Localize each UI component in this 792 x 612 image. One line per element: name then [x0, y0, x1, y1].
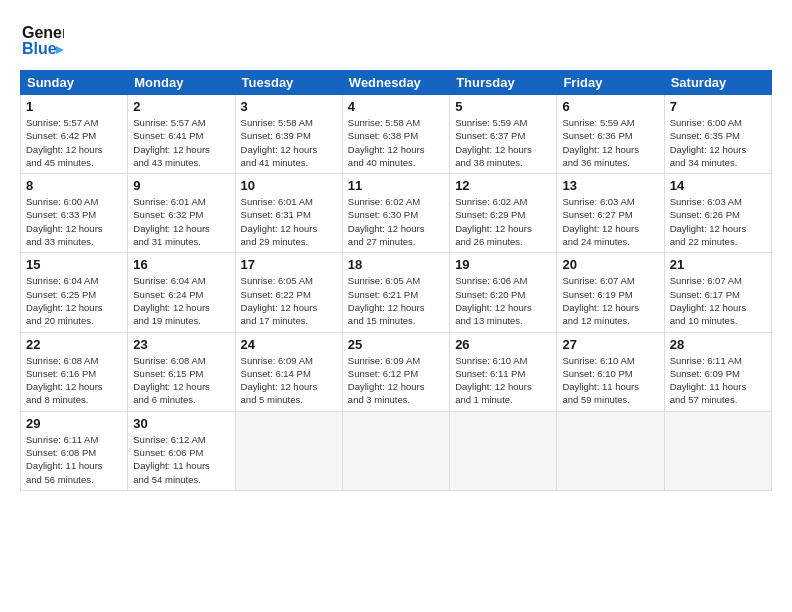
calendar-day-cell: 23Sunrise: 6:08 AM Sunset: 6:15 PM Dayli… [128, 332, 235, 411]
calendar-day-cell: 12Sunrise: 6:02 AM Sunset: 6:29 PM Dayli… [450, 174, 557, 253]
day-number: 21 [670, 257, 766, 272]
day-info: Sunrise: 6:08 AM Sunset: 6:16 PM Dayligh… [26, 354, 122, 407]
day-info: Sunrise: 6:03 AM Sunset: 6:26 PM Dayligh… [670, 195, 766, 248]
day-info: Sunrise: 6:05 AM Sunset: 6:22 PM Dayligh… [241, 274, 337, 327]
day-number: 2 [133, 99, 229, 114]
day-number: 6 [562, 99, 658, 114]
calendar-weekday: Tuesday [235, 71, 342, 95]
calendar-day-cell: 3Sunrise: 5:58 AM Sunset: 6:39 PM Daylig… [235, 95, 342, 174]
calendar-day-cell: 8Sunrise: 6:00 AM Sunset: 6:33 PM Daylig… [21, 174, 128, 253]
calendar-day-cell: 21Sunrise: 6:07 AM Sunset: 6:17 PM Dayli… [664, 253, 771, 332]
day-number: 9 [133, 178, 229, 193]
day-number: 8 [26, 178, 122, 193]
day-info: Sunrise: 6:09 AM Sunset: 6:14 PM Dayligh… [241, 354, 337, 407]
logo-icon: General Blue [20, 16, 64, 60]
day-info: Sunrise: 6:07 AM Sunset: 6:17 PM Dayligh… [670, 274, 766, 327]
day-number: 17 [241, 257, 337, 272]
calendar-day-cell [664, 411, 771, 490]
calendar-week-row: 29Sunrise: 6:11 AM Sunset: 6:08 PM Dayli… [21, 411, 772, 490]
day-number: 29 [26, 416, 122, 431]
calendar-day-cell: 22Sunrise: 6:08 AM Sunset: 6:16 PM Dayli… [21, 332, 128, 411]
day-number: 11 [348, 178, 444, 193]
calendar-day-cell: 29Sunrise: 6:11 AM Sunset: 6:08 PM Dayli… [21, 411, 128, 490]
day-number: 28 [670, 337, 766, 352]
day-info: Sunrise: 6:00 AM Sunset: 6:33 PM Dayligh… [26, 195, 122, 248]
calendar-day-cell: 15Sunrise: 6:04 AM Sunset: 6:25 PM Dayli… [21, 253, 128, 332]
day-info: Sunrise: 6:02 AM Sunset: 6:30 PM Dayligh… [348, 195, 444, 248]
calendar-day-cell [557, 411, 664, 490]
day-number: 15 [26, 257, 122, 272]
calendar-day-cell: 10Sunrise: 6:01 AM Sunset: 6:31 PM Dayli… [235, 174, 342, 253]
calendar-day-cell: 26Sunrise: 6:10 AM Sunset: 6:11 PM Dayli… [450, 332, 557, 411]
day-info: Sunrise: 5:58 AM Sunset: 6:39 PM Dayligh… [241, 116, 337, 169]
calendar-day-cell: 14Sunrise: 6:03 AM Sunset: 6:26 PM Dayli… [664, 174, 771, 253]
day-number: 30 [133, 416, 229, 431]
day-info: Sunrise: 6:02 AM Sunset: 6:29 PM Dayligh… [455, 195, 551, 248]
day-info: Sunrise: 5:58 AM Sunset: 6:38 PM Dayligh… [348, 116, 444, 169]
day-number: 3 [241, 99, 337, 114]
day-number: 20 [562, 257, 658, 272]
calendar-week-row: 8Sunrise: 6:00 AM Sunset: 6:33 PM Daylig… [21, 174, 772, 253]
day-number: 26 [455, 337, 551, 352]
day-info: Sunrise: 6:01 AM Sunset: 6:31 PM Dayligh… [241, 195, 337, 248]
calendar-day-cell [342, 411, 449, 490]
day-info: Sunrise: 6:07 AM Sunset: 6:19 PM Dayligh… [562, 274, 658, 327]
day-number: 4 [348, 99, 444, 114]
svg-text:General: General [22, 24, 64, 41]
calendar-day-cell: 17Sunrise: 6:05 AM Sunset: 6:22 PM Dayli… [235, 253, 342, 332]
calendar-day-cell: 16Sunrise: 6:04 AM Sunset: 6:24 PM Dayli… [128, 253, 235, 332]
calendar-weekday: Sunday [21, 71, 128, 95]
calendar-weekday: Saturday [664, 71, 771, 95]
day-number: 10 [241, 178, 337, 193]
calendar-day-cell: 19Sunrise: 6:06 AM Sunset: 6:20 PM Dayli… [450, 253, 557, 332]
calendar-day-cell: 7Sunrise: 6:00 AM Sunset: 6:35 PM Daylig… [664, 95, 771, 174]
calendar-day-cell: 13Sunrise: 6:03 AM Sunset: 6:27 PM Dayli… [557, 174, 664, 253]
day-info: Sunrise: 6:11 AM Sunset: 6:09 PM Dayligh… [670, 354, 766, 407]
day-number: 14 [670, 178, 766, 193]
calendar-day-cell: 9Sunrise: 6:01 AM Sunset: 6:32 PM Daylig… [128, 174, 235, 253]
page: General Blue SundayMondayTuesdayWednesda… [0, 0, 792, 612]
day-info: Sunrise: 6:03 AM Sunset: 6:27 PM Dayligh… [562, 195, 658, 248]
svg-text:Blue: Blue [22, 40, 57, 57]
calendar-weekday: Friday [557, 71, 664, 95]
calendar-day-cell: 25Sunrise: 6:09 AM Sunset: 6:12 PM Dayli… [342, 332, 449, 411]
calendar-day-cell: 6Sunrise: 5:59 AM Sunset: 6:36 PM Daylig… [557, 95, 664, 174]
calendar-weekday: Monday [128, 71, 235, 95]
day-number: 12 [455, 178, 551, 193]
day-info: Sunrise: 6:10 AM Sunset: 6:11 PM Dayligh… [455, 354, 551, 407]
day-number: 13 [562, 178, 658, 193]
day-number: 18 [348, 257, 444, 272]
day-info: Sunrise: 5:59 AM Sunset: 6:37 PM Dayligh… [455, 116, 551, 169]
calendar-day-cell: 18Sunrise: 6:05 AM Sunset: 6:21 PM Dayli… [342, 253, 449, 332]
day-info: Sunrise: 6:08 AM Sunset: 6:15 PM Dayligh… [133, 354, 229, 407]
day-info: Sunrise: 6:01 AM Sunset: 6:32 PM Dayligh… [133, 195, 229, 248]
day-info: Sunrise: 5:57 AM Sunset: 6:41 PM Dayligh… [133, 116, 229, 169]
day-info: Sunrise: 6:10 AM Sunset: 6:10 PM Dayligh… [562, 354, 658, 407]
calendar-day-cell: 4Sunrise: 5:58 AM Sunset: 6:38 PM Daylig… [342, 95, 449, 174]
calendar-day-cell [235, 411, 342, 490]
calendar-day-cell: 20Sunrise: 6:07 AM Sunset: 6:19 PM Dayli… [557, 253, 664, 332]
logo: General Blue [20, 16, 64, 60]
calendar-day-cell [450, 411, 557, 490]
day-info: Sunrise: 6:12 AM Sunset: 6:06 PM Dayligh… [133, 433, 229, 486]
day-info: Sunrise: 6:06 AM Sunset: 6:20 PM Dayligh… [455, 274, 551, 327]
day-info: Sunrise: 6:11 AM Sunset: 6:08 PM Dayligh… [26, 433, 122, 486]
calendar-table: SundayMondayTuesdayWednesdayThursdayFrid… [20, 70, 772, 491]
calendar-weekday: Wednesday [342, 71, 449, 95]
calendar-day-cell: 2Sunrise: 5:57 AM Sunset: 6:41 PM Daylig… [128, 95, 235, 174]
calendar-week-row: 1Sunrise: 5:57 AM Sunset: 6:42 PM Daylig… [21, 95, 772, 174]
day-info: Sunrise: 5:59 AM Sunset: 6:36 PM Dayligh… [562, 116, 658, 169]
calendar-weekday: Thursday [450, 71, 557, 95]
day-number: 1 [26, 99, 122, 114]
day-number: 7 [670, 99, 766, 114]
calendar-day-cell: 28Sunrise: 6:11 AM Sunset: 6:09 PM Dayli… [664, 332, 771, 411]
day-info: Sunrise: 6:00 AM Sunset: 6:35 PM Dayligh… [670, 116, 766, 169]
day-number: 27 [562, 337, 658, 352]
calendar-day-cell: 24Sunrise: 6:09 AM Sunset: 6:14 PM Dayli… [235, 332, 342, 411]
day-info: Sunrise: 5:57 AM Sunset: 6:42 PM Dayligh… [26, 116, 122, 169]
day-info: Sunrise: 6:04 AM Sunset: 6:24 PM Dayligh… [133, 274, 229, 327]
calendar-day-cell: 5Sunrise: 5:59 AM Sunset: 6:37 PM Daylig… [450, 95, 557, 174]
day-number: 23 [133, 337, 229, 352]
day-info: Sunrise: 6:09 AM Sunset: 6:12 PM Dayligh… [348, 354, 444, 407]
calendar-day-cell: 27Sunrise: 6:10 AM Sunset: 6:10 PM Dayli… [557, 332, 664, 411]
